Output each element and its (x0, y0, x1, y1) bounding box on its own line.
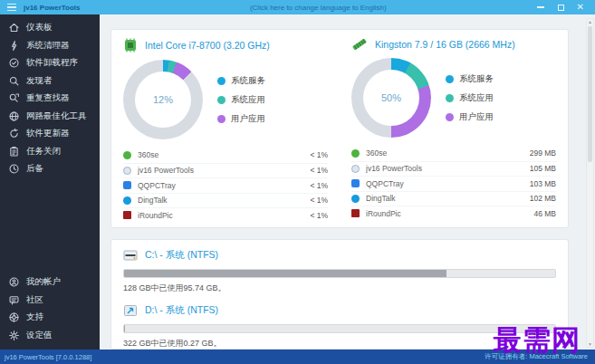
ram-stick-icon (351, 38, 368, 51)
sidebar: 仪表板 系统清理器 软件卸载程序 发现者 重复查找器 网路最佳化工具 (0, 14, 100, 350)
cpu-process-list: 360se< 1% jv16 PowerTools< 1% QQPCTray< … (123, 148, 328, 223)
close-button[interactable]: ✕ (577, 3, 584, 12)
legend-dot (446, 94, 454, 102)
lightning-icon (8, 40, 20, 52)
vertical-scrollbar[interactable]: ▲ ▼ (586, 18, 594, 348)
process-row[interactable]: iRoundPic< 1% (123, 207, 328, 223)
sidebar-item-label: 系统清理器 (26, 40, 70, 52)
sidebar-item-network-optimizer[interactable]: 网路最佳化工具 (0, 108, 100, 126)
language-switch-link[interactable]: (Click here to change language to Englis… (100, 4, 537, 12)
360se-icon (351, 149, 360, 158)
search-icon (8, 75, 20, 87)
drive-c-caption: 128 GB中已使用95.74 GB。 (123, 283, 556, 294)
process-row[interactable]: DingTalk102 MB (351, 191, 556, 206)
titlebar-left: jv16 PowerTools (0, 0, 100, 14)
hard-drive-icon (123, 249, 138, 262)
sidebar-item-software-updater[interactable]: 软件更新器 (0, 125, 100, 143)
disk-arrow-icon (123, 304, 138, 317)
process-cpu-value: < 1% (310, 150, 328, 159)
main-content: Intel Core i7-8700 (3.20 GHz) 12% 系统服务 系… (100, 14, 595, 350)
drive-d-usage-fill (124, 325, 125, 332)
process-cpu-value: < 1% (310, 181, 328, 190)
legend-item-system-apps: 系统应用 (217, 94, 265, 106)
legend-item-system-apps: 系统应用 (446, 92, 494, 104)
process-name: 360se (138, 150, 310, 159)
sidebar-item-my-account[interactable]: 我的帐户 (0, 273, 100, 292)
sidebar-item-task-killer[interactable]: 任务关闭 (0, 143, 100, 161)
sidebar-item-label: 社区 (26, 294, 43, 306)
ram-usage-percent: 50% (351, 58, 431, 138)
scroll-down-icon[interactable]: ▼ (588, 341, 592, 347)
minimize-button[interactable] (537, 4, 545, 12)
sidebar-item-label: 发现者 (26, 75, 53, 87)
legend-label: 系统服务 (231, 75, 265, 87)
drive-d-block: D:\ - 系统 (NTFS) 322 GB中已使用0.27 GB。 (123, 304, 556, 350)
process-row[interactable]: jv16 PowerTools105 MB (351, 161, 556, 177)
process-row[interactable]: QQPCTray103 MB (351, 176, 556, 191)
process-cpu-value: < 1% (310, 211, 328, 220)
sidebar-item-backup[interactable]: 后备 (0, 160, 100, 178)
check-circle-icon (8, 57, 20, 69)
legend-dot (446, 75, 454, 83)
sidebar-item-label: 支持 (26, 311, 43, 323)
process-name: iRoundPic (138, 211, 310, 220)
scroll-up-icon[interactable]: ▲ (588, 19, 592, 24)
ram-section: Kingston 7.9 / 16 GB (2666 MHz) 50% 系统服务… (340, 30, 568, 227)
sidebar-item-label: 软件卸载程序 (26, 57, 78, 69)
drive-c-usage-fill (124, 270, 446, 277)
globe-icon (8, 110, 20, 122)
process-row[interactable]: 360se< 1% (123, 148, 328, 163)
ram-legend: 系统服务 系统应用 用户应用 (446, 73, 494, 123)
sidebar-item-system-cleaner[interactable]: 系统清理器 (0, 37, 100, 55)
scrollbar-thumb[interactable] (588, 26, 592, 162)
legend-label: 系统服务 (459, 73, 494, 85)
process-name: QQPCTray (138, 181, 310, 190)
cpu-legend: 系统服务 系统应用 用户应用 (217, 75, 265, 125)
process-row[interactable]: QQPCTray< 1% (123, 177, 328, 193)
process-row[interactable]: jv16 PowerTools< 1% (123, 163, 328, 178)
cpu-title: Intel Core i7-8700 (3.20 GHz) (145, 40, 270, 51)
titlebar: jv16 PowerTools (Click here to change la… (0, 0, 595, 14)
sidebar-item-uninstaller[interactable]: 软件卸载程序 (0, 54, 100, 72)
sidebar-item-label: 仪表板 (26, 22, 53, 34)
sidebar-item-dashboard[interactable]: 仪表板 (0, 19, 100, 37)
process-name: iRoundPic (366, 209, 533, 218)
process-row[interactable]: 360se299 MB (351, 146, 556, 161)
ram-title: Kingston 7.9 / 16 GB (2666 MHz) (375, 39, 515, 50)
cpu-usage-percent: 12% (123, 60, 203, 139)
jv16-icon (123, 167, 131, 175)
legend-item-system-services: 系统服务 (446, 73, 494, 85)
sidebar-item-label: 网路最佳化工具 (26, 110, 87, 122)
sidebar-item-label: 任务关闭 (26, 146, 61, 158)
sidebar-item-label: 软件更新器 (26, 128, 70, 139)
drive-d-caption: 322 GB中已使用0.27 GB。 (123, 338, 556, 350)
sidebar-item-label: 设定值 (26, 330, 53, 341)
sidebar-bottom-menu: 我的帐户 社区 支持 设定值 (0, 273, 100, 344)
maximize-button[interactable] (558, 5, 564, 11)
sidebar-item-community[interactable]: 社区 (0, 292, 100, 310)
sidebar-item-settings[interactable]: 设定值 (0, 327, 100, 345)
system-usage-card: Intel Core i7-8700 (3.20 GHz) 12% 系统服务 系… (110, 29, 569, 228)
process-row[interactable]: DingTalk< 1% (123, 193, 328, 208)
sidebar-item-label: 我的帐户 (26, 276, 61, 288)
statusbar-version: jv16 PowerTools [7.0.0.1288] (5, 353, 91, 361)
clipboard-icon (8, 146, 20, 158)
process-name: jv16 PowerTools (366, 164, 530, 173)
qqpctray-icon (351, 179, 360, 187)
sidebar-item-finder[interactable]: 发现者 (0, 72, 100, 91)
user-circle-icon (8, 276, 20, 288)
duplicate-search-icon (8, 92, 20, 104)
drive-d-label: D:\ - 系统 (NTFS) (145, 304, 218, 317)
sidebar-item-duplicate-finder[interactable]: 重复查找器 (0, 90, 100, 108)
dingtalk-icon (123, 196, 131, 205)
lifebuoy-icon (8, 311, 20, 323)
sidebar-item-support[interactable]: 支持 (0, 309, 100, 327)
iroundpic-icon (123, 211, 131, 219)
process-ram-value: 105 MB (530, 164, 556, 173)
process-row[interactable]: iRoundPic46 MB (351, 206, 556, 221)
legend-item-system-services: 系统服务 (217, 75, 265, 87)
process-cpu-value: < 1% (310, 166, 328, 175)
hamburger-menu-icon[interactable] (7, 4, 16, 12)
sidebar-item-label: 重复查找器 (26, 92, 70, 104)
watermark-text: 最需网 (494, 326, 581, 354)
